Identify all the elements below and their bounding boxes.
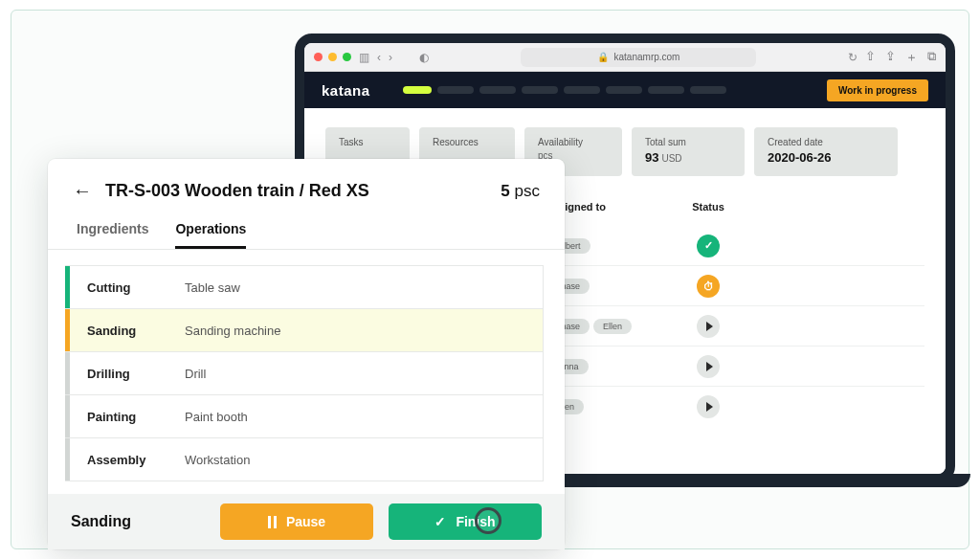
current-operation-label: Sanding: [71, 513, 131, 530]
status-play-icon[interactable]: [697, 355, 720, 378]
close-icon[interactable]: [314, 53, 323, 61]
pause-label: Pause: [286, 514, 325, 529]
tab-ingredients[interactable]: Ingredients: [77, 221, 148, 249]
operation-name: Painting: [70, 410, 185, 424]
card-value: 2020-06-26: [768, 150, 884, 165]
sidebar-icon[interactable]: ▥: [359, 51, 369, 64]
panel-title: TR-S-003 Wooden train / Red XS: [105, 181, 369, 201]
nav-pills: [403, 86, 726, 94]
operation-row[interactable]: SandingSanding machine: [65, 308, 544, 352]
nav-pill[interactable]: [690, 86, 726, 94]
browser-chrome: ▥ ‹ › ◐ 🔒 katanamrp.com ↻ ⇧ ⇪ ＋ ⧉: [304, 43, 946, 72]
nav-pill[interactable]: [564, 86, 600, 94]
back-icon[interactable]: ‹: [377, 51, 381, 64]
app-header: katana Work in progress: [304, 72, 946, 108]
refresh-icon[interactable]: ↻: [848, 51, 858, 64]
card-created-date[interactable]: Created date 2020-06-26: [754, 127, 898, 176]
operation-name: Assembly: [70, 453, 185, 467]
check-icon: ✓: [434, 514, 446, 529]
nav-pill[interactable]: [606, 86, 642, 94]
status-done-icon[interactable]: ✓: [697, 235, 720, 257]
operation-name: Cutting: [70, 280, 185, 295]
operation-row[interactable]: CuttingTable saw: [65, 265, 544, 309]
forward-icon[interactable]: ›: [389, 51, 392, 64]
page-frame: ▥ ‹ › ◐ 🔒 katanamrp.com ↻ ⇧ ⇪ ＋ ⧉: [11, 10, 969, 549]
operation-detail-panel: ← TR-S-003 Wooden train / Red XS 5 psc I…: [48, 159, 565, 549]
card-value: 93USD: [645, 150, 731, 165]
lock-icon: 🔒: [597, 52, 609, 62]
panel-header: ← TR-S-003 Wooden train / Red XS 5 psc: [48, 159, 565, 212]
work-in-progress-button[interactable]: Work in progress: [827, 79, 928, 101]
tab-operations[interactable]: Operations: [175, 221, 246, 249]
operation-row[interactable]: AssemblyWorkstation: [65, 437, 544, 481]
panel-tabs: Ingredients Operations: [48, 212, 565, 250]
address-bar[interactable]: 🔒 katanamrp.com: [521, 48, 757, 67]
back-arrow-icon[interactable]: ←: [73, 180, 92, 202]
nav-pill-active[interactable]: [403, 86, 432, 94]
cell-status: [670, 315, 746, 338]
status-progress-icon[interactable]: ⏱: [697, 275, 720, 298]
cell-status: ✓: [670, 235, 746, 257]
assignee-chip[interactable]: Ellen: [593, 319, 632, 334]
nav-pill[interactable]: [522, 86, 558, 94]
card-label: Created date: [768, 137, 884, 147]
nav-pill[interactable]: [648, 86, 684, 94]
operation-name: Drilling: [70, 367, 185, 381]
tabs-icon[interactable]: ⧉: [927, 49, 936, 66]
card-label: Tasks: [339, 137, 396, 147]
operation-resource: Paint booth: [185, 410, 248, 424]
card-total-sum[interactable]: Total sum 93USD: [632, 127, 745, 176]
col-status: Status: [670, 201, 746, 212]
nav-pill[interactable]: [479, 86, 516, 94]
status-play-icon[interactable]: [697, 395, 720, 418]
pause-button[interactable]: Pause: [220, 503, 373, 540]
minimize-icon[interactable]: [328, 53, 337, 61]
traffic-lights: [314, 53, 351, 61]
operation-resource: Sanding machine: [185, 324, 280, 338]
cell-status: [670, 395, 746, 418]
app-logo: katana: [322, 82, 370, 99]
url-text: katanamrp.com: [614, 52, 680, 62]
new-tab-icon[interactable]: ＋: [905, 49, 918, 66]
operation-row[interactable]: DrillingDrill: [65, 351, 544, 395]
card-label: Resources: [433, 137, 501, 147]
maximize-icon[interactable]: [343, 53, 351, 61]
cell-status: [670, 355, 746, 378]
operation-resource: Table saw: [185, 280, 240, 295]
cursor-indicator-icon: [475, 507, 501, 534]
pause-icon: [268, 516, 277, 528]
status-play-icon[interactable]: [697, 315, 720, 338]
cell-status: ⏱: [670, 275, 746, 298]
finish-button[interactable]: ✓ Finish: [389, 503, 542, 540]
panel-footer: Sanding Pause ✓ Finish: [48, 494, 565, 549]
operation-name: Sanding: [70, 324, 185, 338]
card-label: Total sum: [645, 137, 731, 147]
operation-resource: Workstation: [185, 453, 250, 467]
card-label: Availability: [538, 137, 609, 147]
nav-pill[interactable]: [437, 86, 474, 94]
export-icon[interactable]: ⇪: [885, 49, 896, 66]
operations-list: CuttingTable sawSandingSanding machineDr…: [48, 250, 565, 494]
operation-row[interactable]: PaintingPaint booth: [65, 394, 544, 438]
share-icon[interactable]: ⇧: [865, 49, 876, 66]
shield-icon[interactable]: ◐: [419, 51, 429, 64]
operation-resource: Drill: [185, 367, 206, 381]
quantity: 5 psc: [501, 182, 540, 201]
